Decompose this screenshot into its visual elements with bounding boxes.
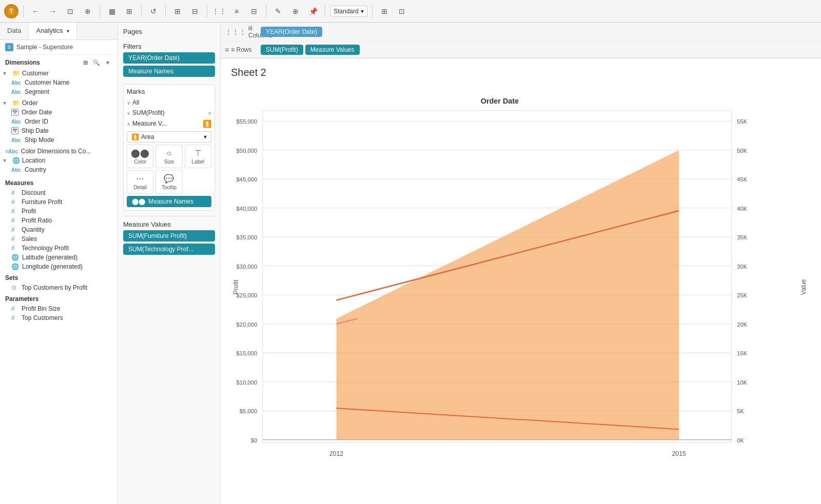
present-button[interactable]: ⊞ (377, 4, 392, 18)
view-mode-dropdown[interactable]: Standard ▾ (330, 6, 367, 17)
chart-type-2-button[interactable]: ⊞ (122, 4, 136, 18)
y-right-title: Value (800, 279, 807, 295)
ungroup-button[interactable]: ⊟ (188, 4, 202, 18)
field-order-date[interactable]: 📅 Order Date (0, 108, 118, 117)
field-profit-bin-size[interactable]: # Profit Bin Size (0, 304, 118, 313)
field-profit-ratio[interactable]: # Profit Ratio (0, 216, 118, 225)
pages-section: Pages (123, 28, 215, 37)
sets-header: Sets (0, 271, 118, 283)
measures-header: Measures (0, 176, 118, 188)
filter-year-order-date[interactable]: YEAR(Order Date) (123, 52, 215, 64)
marks-type-dropdown[interactable]: ⏫ Area ▾ (127, 131, 211, 143)
group-customer-header[interactable]: ▾ 📁 Customer (0, 69, 118, 78)
y-left-40k: $40,000 (237, 206, 258, 212)
sep2 (100, 5, 100, 17)
y-right-20k: 20K (737, 321, 748, 328)
tooltip-button[interactable]: 💬 Tooltip (155, 170, 182, 194)
field-top-customers-set[interactable]: ⊙ Top Customers by Profit (0, 283, 118, 292)
field-color-dimensions[interactable]: =Abc Color Dimensions to Co... (0, 147, 118, 156)
back-button[interactable]: ← (28, 4, 43, 18)
hash-icon: # (11, 217, 18, 224)
columns-year-order-date-pill[interactable]: YEAR(Order Date) (261, 27, 322, 37)
field-quantity[interactable]: # Quantity (0, 225, 118, 234)
chart-container: Order Date $55,000 $50,000 $45,000 $40,0… (231, 84, 811, 496)
dots-icon: ⬤⬤ (132, 198, 145, 205)
marks-all-row[interactable]: ∨ All (127, 97, 211, 108)
dimensions-search-icon[interactable]: 🔍 (92, 58, 101, 67)
field-ship-mode[interactable]: Abc Ship Mode (0, 135, 118, 145)
rows-measure-values-pill[interactable]: Measure Values (305, 45, 360, 55)
abc-icon: Abc (11, 89, 22, 95)
field-technology-profit[interactable]: # Technology Profit (0, 244, 118, 253)
field-sales[interactable]: # Sales (0, 234, 118, 244)
tooltip-icon: 💬 (164, 174, 174, 184)
detail-button[interactable]: ⋯ Detail (127, 170, 153, 194)
field-ship-date[interactable]: 📅 Ship Date (0, 126, 118, 135)
forward-button[interactable]: → (46, 4, 60, 18)
chart-type-button[interactable]: ▦ (105, 4, 119, 18)
field-segment[interactable]: Abc Segment (0, 87, 118, 96)
field-customer-name[interactable]: Abc Customer Name (0, 78, 118, 87)
field-discount[interactable]: # Discount (0, 188, 118, 197)
grid-button[interactable]: ⊞ (170, 4, 185, 18)
add-datasource-button[interactable]: ⊕ (81, 4, 95, 18)
field-longitude[interactable]: 🌐 Longitude (generated) (0, 262, 118, 271)
pages-label: Pages (123, 28, 215, 35)
y-right-50k: 50K (737, 148, 748, 154)
pin-button[interactable]: 📌 (306, 4, 320, 18)
color-button[interactable]: ⬤⬤ Color (127, 145, 153, 168)
mv-technology-profit-pill[interactable]: SUM(Technology Prof... (123, 244, 215, 255)
field-furniture-profit[interactable]: # Furniture Profit (0, 197, 118, 207)
mv-furniture-profit-pill[interactable]: SUM(Furniture Profit) (123, 230, 215, 241)
area-icon: ⏫ (131, 133, 139, 140)
size-button[interactable]: ○ Size (155, 145, 182, 168)
group-location-header[interactable]: ▾ 🌐 Location (0, 156, 118, 165)
measure-names-pill[interactable]: ⬤⬤ Measure Names (127, 196, 211, 207)
group-order: ▾ 📁 Order 📅 Order Date Abc Order ID 📅 Sh… (0, 98, 118, 147)
highlight-button[interactable]: ✎ (271, 4, 285, 18)
filter-measure-names[interactable]: Measure Names (123, 66, 215, 77)
swap-button[interactable]: ↺ (146, 4, 161, 18)
columns-shelf: ⋮⋮⋮ iii Columns YEAR(Order Date) (221, 23, 821, 42)
format-button[interactable]: ⊕ (288, 4, 303, 18)
field-order-id[interactable]: Abc Order ID (0, 117, 118, 126)
tab-data[interactable]: Data (0, 23, 29, 39)
hash-icon: # (11, 245, 18, 252)
label-button[interactable]: ⊤ Label (185, 145, 211, 168)
marks-measure-v-row[interactable]: ∧ Measure V... ⏫ (127, 118, 211, 129)
data-source: S Sample - Superstore (0, 40, 118, 55)
size-icon: ○ (167, 149, 172, 158)
y-right-35k: 35K (737, 234, 748, 240)
field-top-customers-param[interactable]: # Top Customers (0, 313, 118, 322)
marks-sum-profit-row[interactable]: ∨ SUM(Profit) ∧ (127, 108, 211, 118)
dimensions-dropdown-icon[interactable]: ▾ (103, 58, 112, 67)
group-order-header[interactable]: ▾ 📁 Order (0, 98, 118, 108)
middle-panel: Pages Filters YEAR(Order Date) Measure N… (118, 23, 221, 504)
save-button[interactable]: ⊡ (63, 4, 77, 18)
y-left-15k: $15,000 (237, 350, 258, 356)
sep4 (165, 5, 166, 17)
fullscreen-button[interactable]: ⊡ (395, 4, 409, 18)
abc-icon: Abc (11, 167, 22, 173)
area-fill (336, 150, 679, 440)
tab-analytics[interactable]: Analytics ▾ (29, 23, 77, 39)
sep7 (325, 5, 325, 17)
y-left-5k: $5,000 (240, 408, 258, 414)
date-icon: 📅 (11, 127, 18, 134)
label-button[interactable]: ⊟ (247, 4, 261, 18)
label-icon: ⊤ (194, 148, 202, 158)
y-right-5k: 5K (737, 408, 744, 414)
y-right-55k: 55K (737, 118, 748, 125)
abc-icon: Abc (11, 119, 22, 125)
field-profit[interactable]: # Profit (0, 207, 118, 216)
area-chart-icon: ⏫ (203, 119, 211, 128)
field-latitude[interactable]: 🌐 Latitude (generated) (0, 253, 118, 262)
rows-sum-profit-pill[interactable]: SUM(Profit) (261, 45, 303, 55)
field-country[interactable]: Abc Country (0, 165, 118, 174)
y-right-40k: 40K (737, 206, 748, 212)
right-panel: ⋮⋮⋮ iii Columns YEAR(Order Date) ≡ ≡ Row… (221, 23, 821, 504)
cols-button[interactable]: ⋮⋮ (212, 4, 226, 18)
abc-icon: Abc (11, 80, 22, 86)
dimensions-grid-icon[interactable]: ⊞ (81, 58, 90, 67)
rows-button[interactable]: ≡ (229, 4, 244, 18)
